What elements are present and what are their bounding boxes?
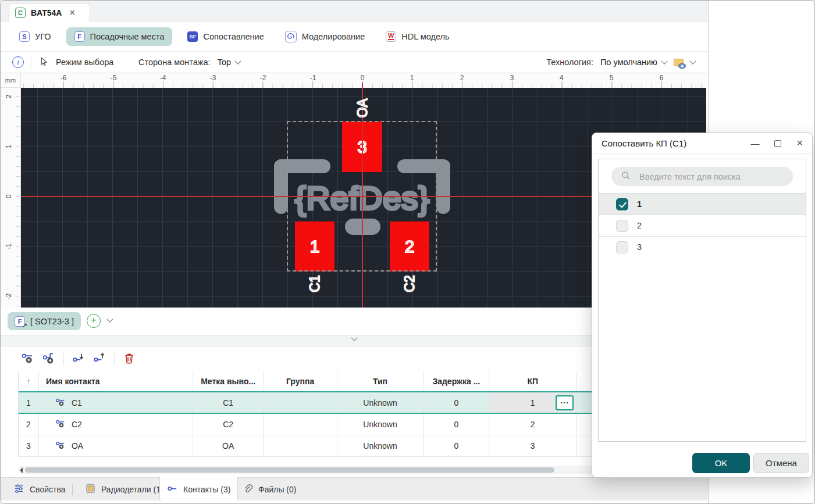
tab-ugo[interactable]: S УГО	[13, 27, 57, 46]
scrollbar-thumb[interactable]	[25, 467, 554, 473]
column-header-name[interactable]: Имя контакта	[39, 371, 193, 391]
dialog-body: 1 2 3	[598, 159, 806, 442]
footprint-name: [ SOT23-3 ]	[30, 317, 74, 326]
mount-side-label: Сторона монтажа:	[138, 58, 211, 67]
select-mode-label[interactable]: Режим выбора	[56, 58, 113, 67]
mapping-icon: SF	[187, 31, 198, 42]
dialog-titlebar[interactable]: Сопоставить КП (C1) — ×	[592, 133, 812, 154]
chevron-down-icon	[234, 58, 241, 64]
screen: C BAT54A × S УГО F Посадочные места SF С…	[0, 0, 815, 504]
pad-1-pin-label: C1	[301, 275, 328, 292]
options-toolbar: i Режим выбора Сторона монтажа: Top Техн…	[1, 52, 708, 73]
document-tab-bat54a[interactable]: C BAT54A ×	[9, 3, 90, 22]
tab-footprints[interactable]: F Посадочные места	[66, 27, 173, 46]
checkbox-icon[interactable]	[616, 220, 628, 232]
maximize-icon[interactable]	[774, 140, 781, 147]
dialog-list-item[interactable]: 3	[599, 236, 806, 258]
tab-properties[interactable]: Свойства	[6, 478, 72, 501]
dialog-list-item[interactable]: 1	[599, 193, 806, 215]
chevron-down-icon[interactable]	[689, 58, 696, 64]
kp-cell-editing[interactable]: 1 ...	[489, 392, 576, 413]
hdl-icon: W	[386, 31, 396, 42]
document-tab-strip: C BAT54A ×	[1, 1, 708, 22]
column-header-mark[interactable]: Метка выво...	[193, 371, 264, 391]
spiral-icon	[285, 31, 297, 42]
chevron-down-icon[interactable]	[106, 316, 113, 322]
tab-simulation-label: Моделирование	[302, 32, 365, 41]
column-header-group[interactable]: Группа	[264, 371, 337, 391]
technology-dropdown[interactable]: По умолчанию	[600, 58, 667, 67]
layers-visibility-icon[interactable]	[674, 59, 684, 66]
checkbox-checked-icon[interactable]	[616, 198, 628, 210]
tab-mapping[interactable]: SF Сопоставление	[181, 27, 269, 46]
tab-separator	[72, 484, 73, 495]
tab-hdl-label: HDL модель	[401, 32, 449, 41]
export-contacts-icon[interactable]	[93, 352, 106, 367]
symbol-icon: S	[19, 31, 30, 42]
pad-2-pin-label: C2	[396, 275, 423, 292]
origin-crosshair-vertical	[362, 88, 363, 308]
minimize-icon[interactable]: —	[750, 138, 759, 148]
tab-simulation[interactable]: Моделирование	[279, 27, 371, 47]
pin-icon	[55, 418, 66, 431]
scroll-left-icon[interactable]	[17, 467, 23, 473]
search-box[interactable]	[611, 167, 793, 186]
column-header-type[interactable]: Тип	[337, 371, 424, 391]
add-contact-icon[interactable]	[22, 352, 34, 367]
kp-more-button[interactable]: ...	[556, 395, 574, 410]
mode-toolbar: S УГО F Посадочные места SF Сопоставлени…	[1, 22, 708, 52]
search-input[interactable]	[639, 172, 779, 181]
row-number: 3	[19, 435, 39, 456]
tab-mapping-label: Сопоставление	[203, 32, 264, 41]
column-header-kp[interactable]: КП	[489, 371, 576, 391]
row-number: 1	[19, 392, 39, 413]
bottom-tab-bar: Свойства Радиодетали (1)	[1, 477, 708, 501]
horizontal-ruler: -6 -5 -4 -3 -2 -1 0 1 2 3 4 5 6	[21, 73, 706, 88]
chip-icon	[85, 483, 96, 496]
ruler-unit: mm	[1, 73, 21, 88]
dialog-list-item[interactable]: 2	[599, 215, 806, 236]
tab-hdl-model[interactable]: W HDL модель	[380, 27, 455, 46]
technology-label: Технология:	[546, 58, 593, 67]
column-header-delay[interactable]: Задержка ...	[423, 371, 489, 391]
sort-column-header[interactable]: ↑	[19, 371, 39, 391]
cancel-button[interactable]: Отмена	[753, 453, 809, 473]
footprint-icon: F	[74, 31, 85, 42]
tab-components[interactable]: Радиодетали (1)	[78, 478, 170, 501]
import-contacts-icon[interactable]	[72, 352, 85, 367]
toolbar-separator	[63, 353, 64, 366]
contact-name-cell[interactable]: OA	[39, 435, 193, 456]
delete-icon[interactable]	[123, 352, 136, 367]
ok-button[interactable]: OK	[692, 453, 750, 473]
add-footprint-icon[interactable]	[87, 314, 101, 328]
add-contact-group-icon[interactable]	[42, 352, 55, 367]
tab-footprints-label: Посадочные места	[90, 32, 165, 41]
checkbox-icon[interactable]	[616, 241, 628, 253]
close-icon[interactable]: ×	[69, 8, 74, 18]
cursor-icon	[38, 56, 49, 69]
pad-3-pin-label: OA	[349, 99, 376, 117]
contact-name-cell[interactable]: C2	[39, 414, 193, 435]
search-icon	[621, 170, 631, 183]
dialog-title: Сопоставить КП (C1)	[602, 138, 750, 148]
footprint-name-button[interactable]: F↗ [ SOT23-3 ]	[8, 312, 81, 330]
component-icon: C	[15, 8, 26, 18]
tab-ugo-label: УГО	[35, 32, 51, 41]
pin-icon	[55, 439, 66, 452]
contact-name-cell[interactable]: C1	[39, 392, 193, 413]
chevron-down-icon	[661, 58, 667, 64]
chevron-down-icon	[351, 334, 357, 341]
document-tab-title: BAT54A	[31, 8, 62, 17]
close-icon[interactable]: ×	[796, 137, 803, 149]
paperclip-icon	[243, 484, 253, 496]
toolbar-separator	[31, 56, 31, 69]
info-icon[interactable]: i	[12, 56, 24, 68]
cursor-position-marker	[362, 83, 363, 88]
tab-files[interactable]: Файлы (0)	[236, 478, 303, 501]
tab-contacts[interactable]: Контакты (3)	[159, 477, 238, 501]
mount-side-dropdown[interactable]: Top	[218, 58, 240, 67]
pin-icon	[167, 483, 178, 496]
row-number: 2	[19, 414, 39, 435]
toolbar-separator	[114, 353, 115, 366]
map-kp-dialog: Сопоставить КП (C1) — × 1 2 3 O	[592, 133, 813, 478]
